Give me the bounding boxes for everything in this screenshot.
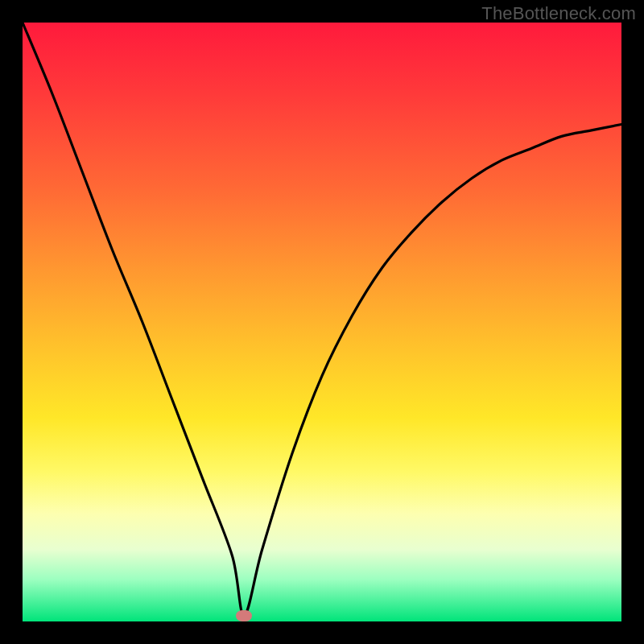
- watermark-text: TheBottleneck.com: [481, 3, 636, 24]
- plot-area: [23, 23, 621, 621]
- bottleneck-curve: [23, 23, 621, 621]
- chart-frame: TheBottleneck.com: [0, 0, 644, 644]
- bottleneck-marker: [236, 610, 252, 621]
